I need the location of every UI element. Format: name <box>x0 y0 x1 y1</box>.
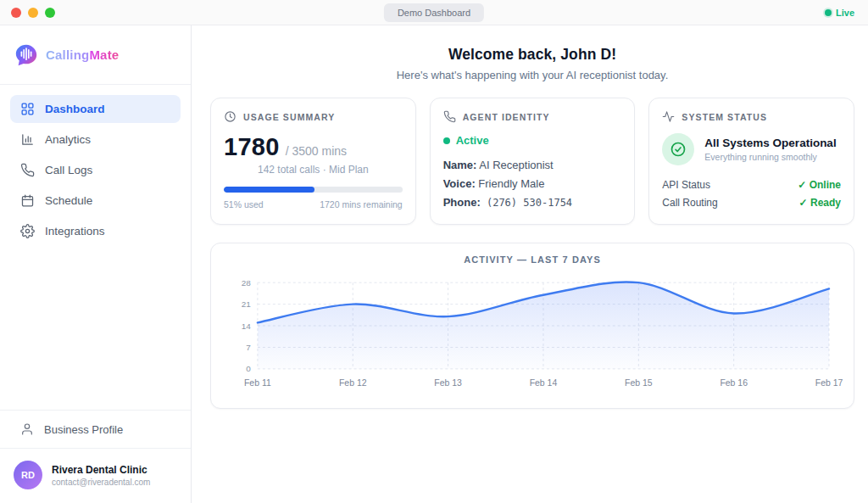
svg-text:Feb 14: Feb 14 <box>530 378 558 388</box>
zoom-button[interactable] <box>45 8 55 18</box>
system-status-card: SYSTEM STATUS All Systems Operational Ev… <box>648 98 854 225</box>
close-button[interactable] <box>11 8 21 18</box>
page-subtitle: Here's what's happening with your AI rec… <box>210 69 854 81</box>
activity-chart-card: ACTIVITY — LAST 7 DAYS 07142128Feb 11Feb… <box>210 243 854 409</box>
sidebar-item-schedule[interactable]: Schedule <box>10 187 181 215</box>
footer-item-label: Business Profile <box>44 423 123 436</box>
minutes-remaining-label: 1720 mins remaining <box>320 199 402 210</box>
svg-text:21: 21 <box>242 299 252 309</box>
sidebar-nav: DashboardAnalyticsCall LogsScheduleInteg… <box>0 85 191 248</box>
account-email: contact@riveradental.com <box>52 478 150 487</box>
agent-rows: Name: AI ReceptionistVoice: Friendly Mal… <box>443 156 622 212</box>
live-dot-icon <box>825 9 832 16</box>
usage-meta: 142 total calls · Mid Plan <box>224 164 403 176</box>
sidebar-item-label: Integrations <box>45 225 105 238</box>
svg-text:7: 7 <box>246 343 251 352</box>
svg-text:Feb 17: Feb 17 <box>815 378 843 388</box>
traffic-lights <box>11 8 55 18</box>
minimize-button[interactable] <box>28 8 38 18</box>
live-label: Live <box>836 8 854 18</box>
agent-card-title: AGENT IDENTITY <box>463 112 550 122</box>
check-circle-icon <box>662 133 694 165</box>
activity-line-chart: 07142128Feb 11Feb 12Feb 13Feb 14Feb 15Fe… <box>224 272 841 398</box>
system-headline: All Systems Operational <box>704 137 836 149</box>
sidebar-item-integrations[interactable]: Integrations <box>10 217 181 245</box>
sidebar-item-label: Dashboard <box>45 103 105 115</box>
main-content: Welcome back, John D! Here's what's happ… <box>192 25 868 503</box>
svg-text:Feb 16: Feb 16 <box>720 378 748 388</box>
sidebar-item-label: Call Logs <box>45 164 92 176</box>
chat-wave-logo-icon <box>14 42 39 68</box>
svg-text:Feb 12: Feb 12 <box>339 378 367 388</box>
bar-chart-icon <box>20 132 35 147</box>
usage-progress-bar <box>224 187 403 193</box>
system-status-row: API Status✓ Online <box>662 176 841 194</box>
svg-text:14: 14 <box>242 321 252 331</box>
sidebar-item-label: Analytics <box>45 133 91 146</box>
phone-icon <box>443 110 456 123</box>
user-icon <box>20 422 34 436</box>
account-name: Rivera Dental Clinic <box>52 464 150 476</box>
avatar: RD <box>14 461 42 489</box>
svg-text:Feb 15: Feb 15 <box>625 378 653 388</box>
agent-detail-row: Voice: Friendly Male <box>443 175 622 193</box>
activity-icon <box>662 110 675 123</box>
system-status-row: Call Routing✓ Ready <box>662 194 841 212</box>
minutes-quota: / 3500 mins <box>286 144 347 158</box>
gear-icon <box>20 224 35 238</box>
agent-status-label: Active <box>456 134 489 147</box>
usage-progress-fill <box>224 187 314 193</box>
system-card-title: SYSTEM STATUS <box>682 112 767 122</box>
sidebar-item-dashboard[interactable]: Dashboard <box>10 95 181 123</box>
minutes-used-value: 1780 <box>224 133 280 161</box>
percent-used-label: 51% used <box>224 199 264 210</box>
system-rows: API Status✓ OnlineCall Routing✓ Ready <box>662 176 841 212</box>
sidebar: CallingMate DashboardAnalyticsCall LogsS… <box>0 25 192 503</box>
usage-summary-card: USAGE SUMMARY 1780 / 3500 mins 142 total… <box>210 98 416 225</box>
chart-title: ACTIVITY — LAST 7 DAYS <box>224 254 841 265</box>
grid-icon <box>20 102 35 116</box>
brand-name: CallingMate <box>46 48 119 62</box>
sidebar-item-analytics[interactable]: Analytics <box>10 126 181 154</box>
usage-card-title: USAGE SUMMARY <box>243 112 335 122</box>
account-card[interactable]: RD Rivera Dental Clinic contact@riverade… <box>0 448 191 503</box>
svg-text:Feb 13: Feb 13 <box>434 378 462 388</box>
svg-text:0: 0 <box>246 364 251 373</box>
calendar-icon <box>20 193 35 208</box>
sidebar-item-call-logs[interactable]: Call Logs <box>10 156 181 184</box>
sidebar-item-label: Schedule <box>45 194 92 207</box>
phone-icon <box>20 163 35 177</box>
svg-text:28: 28 <box>242 278 252 288</box>
page-title: Welcome back, John D! <box>210 46 854 64</box>
agent-detail-row: Name: AI Receptionist <box>443 156 622 175</box>
sidebar-item-business-profile[interactable]: Business Profile <box>0 411 191 448</box>
live-status-badge: Live <box>825 8 854 18</box>
window-titlebar: Demo Dashboard Live <box>0 0 868 25</box>
brand-logo[interactable]: CallingMate <box>0 25 191 85</box>
agent-status-badge: Active <box>443 134 622 147</box>
window-title: Demo Dashboard <box>384 3 484 22</box>
status-dot-icon <box>443 137 450 144</box>
agent-detail-row: Phone: (276) 530-1754 <box>443 193 622 212</box>
clock-icon <box>224 110 236 123</box>
system-subtext: Everything running smoothly <box>704 152 836 162</box>
svg-text:Feb 11: Feb 11 <box>244 378 271 388</box>
agent-identity-card: AGENT IDENTITY Active Name: AI Reception… <box>430 98 636 225</box>
